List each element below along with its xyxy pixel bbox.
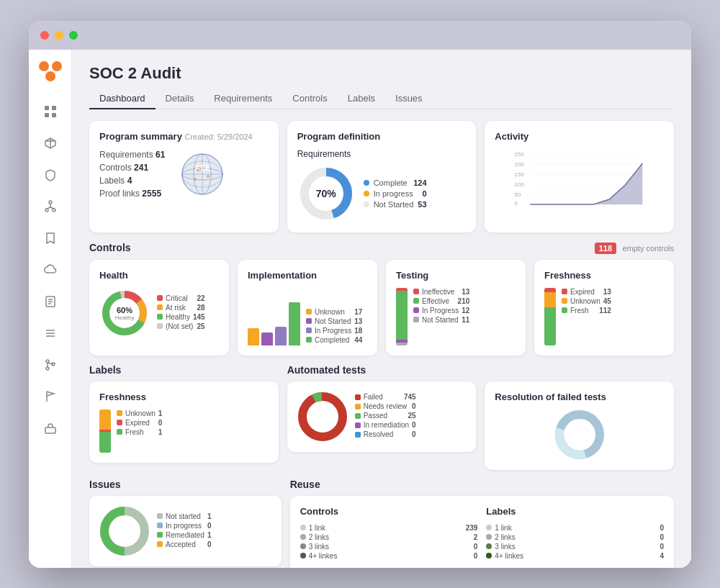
svg-rect-1 bbox=[52, 106, 56, 110]
issues-reuse-section: Issues bbox=[89, 479, 674, 568]
requirements-subtitle: Requirements bbox=[297, 149, 467, 159]
legend-healthy: Healthy 145 bbox=[157, 313, 205, 321]
reuse-controls-2links: 2 links 2 bbox=[300, 533, 478, 541]
testing-legend: Ineffective 13 Effective 210 In Progress bbox=[413, 288, 469, 345]
reuse-controls-title: Controls bbox=[300, 506, 478, 517]
svg-point-8 bbox=[45, 209, 48, 212]
reuse-labels-3links: 3 links 0 bbox=[486, 543, 664, 551]
labels-section-label: Labels bbox=[89, 364, 279, 376]
program-definition-card: Program definition Requirements 70% bbox=[287, 121, 477, 232]
program-summary-card: Program summary Created: 5/29/2024 Requi… bbox=[89, 121, 279, 232]
legend-effective: Effective 210 bbox=[413, 297, 469, 305]
resolution-title: Resolution of failed tests bbox=[495, 392, 664, 402]
issues-donut bbox=[99, 506, 150, 556]
legend-unknown: Unknown 17 bbox=[306, 308, 362, 316]
auto-tests-donut bbox=[297, 392, 348, 442]
sidebar-icon-document[interactable] bbox=[37, 289, 63, 315]
program-summary-subtitle: Created: 5/29/2024 bbox=[185, 132, 253, 141]
legend-fresh-labels: Fresh 1 bbox=[117, 428, 162, 436]
reuse-controls: Controls 1 link 239 2 li bbox=[300, 506, 478, 568]
testing-bar bbox=[396, 288, 408, 345]
reuse-labels-legend: 1 link 0 2 links 0 bbox=[486, 524, 664, 560]
legend-passed: Passed 25 bbox=[355, 412, 416, 420]
reuse-inner: Controls 1 link 239 2 li bbox=[300, 506, 664, 568]
legend-in-progress-testing: In Progress 12 bbox=[413, 307, 469, 315]
logo-circle-1 bbox=[39, 61, 49, 71]
sidebar-icon-shield[interactable] bbox=[37, 162, 63, 188]
reuse-labels-chart bbox=[486, 566, 664, 568]
legend-in-remediation: In remediation 0 bbox=[355, 421, 416, 429]
legend-unknown-freshness: Unknown 45 bbox=[562, 297, 611, 305]
controls-implementation-card: Implementation bbox=[238, 260, 377, 356]
freshness-content: Expired 13 Unknown 45 Fresh bbox=[544, 288, 664, 345]
tab-requirements[interactable]: Requirements bbox=[204, 89, 282, 109]
legend-resolved: Resolved 0 bbox=[355, 430, 416, 438]
labels-freshness-bar bbox=[99, 410, 111, 453]
svg-point-20 bbox=[46, 360, 49, 363]
maximize-dot[interactable] bbox=[69, 31, 78, 40]
svg-point-21 bbox=[46, 367, 49, 370]
svg-rect-0 bbox=[45, 106, 49, 110]
legend-ineffective: Ineffective 13 bbox=[413, 288, 469, 296]
logo-circle-2 bbox=[52, 61, 62, 71]
sidebar-icon-bookmark[interactable] bbox=[37, 225, 63, 251]
stat-requirements: Requirements 61 bbox=[99, 150, 165, 160]
controls-badge-area: 118 empty controls bbox=[595, 241, 674, 254]
legend-in-progress: In progress 0 bbox=[364, 189, 427, 198]
summary-inner: Requirements 61 Controls 241 Labels 4 Pr… bbox=[99, 149, 269, 199]
legend-needs-review: Needs review 0 bbox=[355, 402, 416, 410]
legend-fresh: Fresh 112 bbox=[562, 307, 611, 315]
labels-section-wrapper: Labels Freshness bbox=[89, 364, 279, 470]
legend-in-progress: In Progress 18 bbox=[306, 327, 362, 335]
auto-tests-label: Automated tests bbox=[287, 364, 477, 376]
reuse-controls-legend: 1 link 239 2 links 2 bbox=[300, 524, 478, 560]
legend-not-set: (Not set) 25 bbox=[157, 322, 205, 330]
impl-bars bbox=[248, 288, 300, 345]
summary-stats: Requirements 61 Controls 241 Labels 4 Pr… bbox=[99, 150, 165, 199]
svg-point-7 bbox=[49, 201, 52, 204]
browser-titlebar bbox=[29, 21, 691, 50]
sidebar-icon-branch[interactable] bbox=[37, 352, 63, 378]
svg-line-11 bbox=[47, 207, 50, 209]
controls-section-header: Controls 118 empty controls bbox=[89, 241, 674, 254]
issues-content: Not started 1 In progress 0 bbox=[99, 506, 271, 556]
tab-controls[interactable]: Controls bbox=[282, 89, 337, 109]
browser-window: SOC 2 Audit Dashboard Details Requiremen… bbox=[29, 21, 691, 568]
page-title: SOC 2 Audit bbox=[89, 64, 674, 83]
top-section: Program summary Created: 5/29/2024 Requi… bbox=[89, 121, 674, 232]
program-def-title: Program definition bbox=[297, 131, 467, 142]
close-dot[interactable] bbox=[40, 31, 49, 40]
stat-labels: Labels 4 bbox=[99, 176, 165, 186]
legend-expired-labels: Expired 0 bbox=[117, 419, 162, 427]
requirements-percent: 70% bbox=[316, 188, 336, 199]
reuse-controls-1link: 1 link 239 bbox=[300, 524, 478, 532]
sidebar-icon-cloud[interactable] bbox=[37, 257, 63, 283]
minimize-dot[interactable] bbox=[55, 31, 63, 40]
impl-title: Implementation bbox=[248, 270, 367, 281]
sidebar-icon-hierarchy[interactable] bbox=[37, 194, 63, 220]
sidebar-icon-box[interactable] bbox=[37, 415, 63, 441]
logo bbox=[39, 61, 62, 81]
svg-line-12 bbox=[50, 207, 54, 209]
sidebar-icon-list[interactable] bbox=[37, 320, 63, 346]
auto-tests-legend: Failed 745 Needs review 0 bbox=[355, 393, 416, 440]
sidebar-icon-grid[interactable] bbox=[37, 99, 63, 125]
sidebar-icon-cube[interactable] bbox=[37, 130, 63, 156]
empty-controls-badge: 118 bbox=[595, 243, 616, 254]
controls-freshness-card: Freshness Expired 13 bbox=[534, 260, 674, 356]
svg-point-36 bbox=[194, 178, 197, 181]
svg-text:100: 100 bbox=[515, 181, 525, 188]
legend-completed: Completed 44 bbox=[306, 336, 362, 344]
tab-dashboard[interactable]: Dashboard bbox=[89, 89, 156, 109]
sidebar-icon-flag[interactable] bbox=[37, 384, 63, 410]
legend-not-started-testing: Not Started 11 bbox=[413, 316, 469, 324]
svg-point-35 bbox=[207, 175, 210, 178]
activity-card: Activity 250 200 150 100 50 0 bbox=[485, 121, 674, 232]
tab-issues[interactable]: Issues bbox=[385, 89, 433, 109]
reuse-card: Controls 1 link 239 2 li bbox=[290, 496, 674, 568]
tab-labels[interactable]: Labels bbox=[338, 89, 385, 109]
tab-details[interactable]: Details bbox=[156, 89, 204, 109]
svg-text:150: 150 bbox=[515, 171, 525, 178]
labels-auto-section: Labels Freshness bbox=[89, 364, 674, 470]
reuse-controls-4links: 4+ linkes 0 bbox=[300, 552, 478, 560]
